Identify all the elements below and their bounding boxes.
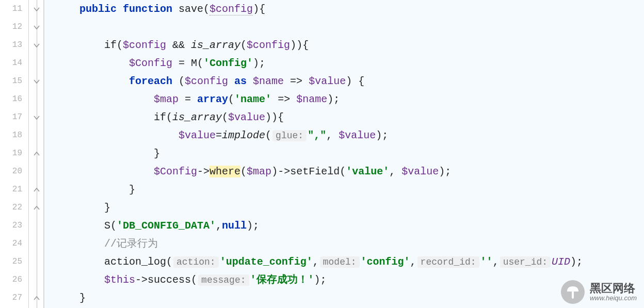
param-hint-action: action: xyxy=(173,256,219,268)
fold-open-icon[interactable] xyxy=(32,5,41,14)
code-line-20[interactable]: $Config->where($map)->setField('value', … xyxy=(44,163,644,181)
code-line-24[interactable]: //记录行为 xyxy=(44,235,644,253)
fold-close-icon[interactable] xyxy=(32,149,41,158)
line-number[interactable]: 21 xyxy=(0,181,28,199)
code-line-12[interactable] xyxy=(44,18,644,36)
line-number[interactable]: 27 xyxy=(0,289,28,307)
code-line-23[interactable]: S('DB_CONFIG_DATA',null); xyxy=(44,217,644,235)
code-line-27[interactable]: } xyxy=(44,289,644,307)
line-number[interactable]: 16 xyxy=(0,90,28,108)
line-number[interactable]: 13 xyxy=(0,36,28,54)
code-line-17[interactable]: if(is_array($value)){ xyxy=(44,108,644,126)
code-line-11[interactable]: public function save($config){ xyxy=(44,0,644,18)
line-number[interactable]: 14 xyxy=(0,54,28,72)
line-number[interactable]: 18 xyxy=(0,126,28,144)
fold-column xyxy=(29,0,44,308)
line-number-gutter: 11 12 13 14 15 16 17 18 19 20 21 22 23 2… xyxy=(0,0,29,308)
line-number[interactable]: 22 xyxy=(0,199,28,217)
fold-open-icon[interactable] xyxy=(32,77,41,86)
line-number[interactable]: 11 xyxy=(0,0,28,18)
code-editor[interactable]: public function save($config){ if($confi… xyxy=(44,0,644,308)
param-hint-glue: glue: xyxy=(272,130,307,141)
param-hint-record-id: record_id: xyxy=(417,256,479,268)
fold-close-icon[interactable] xyxy=(32,185,41,194)
line-number[interactable]: 23 xyxy=(0,217,28,235)
code-line-13[interactable]: if($config && is_array($config)){ xyxy=(44,36,644,54)
line-number[interactable]: 26 xyxy=(0,271,28,289)
line-number[interactable]: 17 xyxy=(0,108,28,126)
fold-open-icon[interactable] xyxy=(32,23,41,32)
param-hint-model: model: xyxy=(320,256,360,268)
fold-close-icon[interactable] xyxy=(32,203,41,213)
code-line-21[interactable]: } xyxy=(44,181,644,199)
line-number[interactable]: 24 xyxy=(0,235,28,253)
line-number[interactable]: 19 xyxy=(0,144,28,163)
line-number[interactable]: 15 xyxy=(0,72,28,90)
fold-open-icon[interactable] xyxy=(32,113,41,122)
code-line-16[interactable]: $map = array('name' => $name); xyxy=(44,90,644,108)
code-line-18[interactable]: $value=implode(glue:",", $value); xyxy=(44,126,644,144)
highlight-where: where xyxy=(210,166,240,177)
line-number[interactable]: 20 xyxy=(0,163,28,181)
param-hint-message: message: xyxy=(198,274,249,286)
fold-open-icon[interactable] xyxy=(32,41,41,50)
line-number[interactable]: 25 xyxy=(0,253,28,271)
code-line-26[interactable]: $this->success(message:'保存成功！'); xyxy=(44,271,644,289)
line-number[interactable]: 12 xyxy=(0,18,28,36)
fold-close-icon[interactable] xyxy=(32,294,41,303)
code-line-19[interactable]: } xyxy=(44,144,644,163)
code-line-14[interactable]: $Config = M('Config'); xyxy=(44,54,644,72)
code-line-25[interactable]: action_log(action:'update_config',model:… xyxy=(44,253,644,271)
code-line-22[interactable]: } xyxy=(44,199,644,217)
param-hint-user-id: user_id: xyxy=(500,256,551,268)
code-line-15[interactable]: foreach ($config as $name => $value) { xyxy=(44,72,644,90)
